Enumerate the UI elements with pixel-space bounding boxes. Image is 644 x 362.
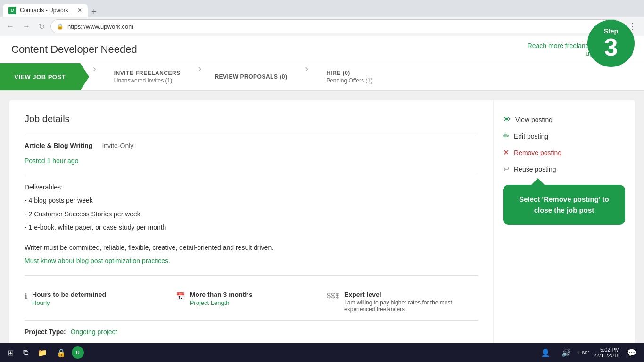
- main-content: Job details Article & Blog Writing Invit…: [0, 91, 644, 358]
- forward-button[interactable]: →: [20, 20, 33, 33]
- divider-top: [25, 134, 478, 134]
- calendar-icon: 📅: [176, 292, 185, 313]
- upwork-taskbar-icon[interactable]: U: [72, 346, 84, 359]
- tab-arrow-1: ›: [89, 63, 100, 90]
- divider-stats: [25, 275, 478, 276]
- job-meta: Article & Blog Writing Invite-Only: [25, 142, 478, 149]
- project-type-val[interactable]: Ongoing project: [71, 328, 117, 336]
- task-view-button[interactable]: ⧉: [19, 346, 32, 359]
- project-type-row: Project Type: Ongoing project: [25, 328, 478, 336]
- stat-level-inner: Expert level I am willing to pay higher …: [344, 291, 471, 313]
- tab-title: Contracts - Upwork: [20, 7, 68, 14]
- reuse-posting-link[interactable]: ↩ Reuse posting: [503, 161, 625, 177]
- edit-posting-label: Edit posting: [514, 132, 548, 140]
- deliverable-2: - 2 Customer Success Stories per week: [25, 209, 478, 219]
- url-text: https://www.upwork.com: [67, 23, 605, 30]
- posted-prefix: Posted: [25, 157, 47, 165]
- page-title: Content Developer Needed: [11, 43, 137, 56]
- job-writer-desc: Writer must be committed, reliable, flex…: [25, 242, 478, 266]
- view-icon: 👁: [503, 115, 511, 124]
- job-category: Article & Blog Writing: [25, 142, 92, 149]
- posted-time: Posted 1 hour ago: [25, 157, 478, 165]
- browser-tab[interactable]: U Contracts - Upwork ✕: [3, 4, 88, 17]
- stat-duration-inner: More than 3 months Project Length: [190, 291, 253, 313]
- remove-posting-link[interactable]: ✕ Remove posting: [503, 144, 625, 161]
- nav-tabs: VIEW JOB POST › INVITE FREELANCERS Unans…: [0, 63, 644, 91]
- tab4-inner: HIRE (0) Pending Offers (1): [326, 70, 372, 84]
- step-indicator: Step 3: [587, 20, 635, 67]
- tab-arrow-2: ›: [195, 63, 206, 90]
- tab4-sub: Pending Offers (1): [326, 77, 372, 84]
- taskbar-time-display: 5:02 PM 22/11/2018: [594, 347, 619, 358]
- job-description: Deliverables: - 4 blog posts per week - …: [25, 182, 478, 233]
- tab-invite-freelancers[interactable]: INVITE FREELANCERS Unanswered Invites (1…: [100, 63, 195, 90]
- stat-hours: ℹ Hours to be determined Hourly: [25, 291, 176, 313]
- network-icon-btn[interactable]: 🔊: [558, 346, 575, 359]
- remove-icon: ✕: [503, 148, 509, 157]
- divider-mid: [25, 174, 478, 174]
- people-icon-btn[interactable]: 👤: [537, 346, 554, 359]
- deliverable-3: - 1 e-book, white paper, or case study p…: [25, 222, 478, 232]
- back-button[interactable]: ←: [4, 20, 17, 33]
- remove-posting-label: Remove posting: [514, 149, 561, 156]
- date-display: 22/11/2018: [594, 353, 619, 358]
- project-type-label: Project Type:: [25, 328, 66, 336]
- tab-close-btn[interactable]: ✕: [77, 7, 82, 14]
- reuse-posting-label: Reuse posting: [514, 165, 556, 173]
- stat-level-label: Expert level: [344, 291, 471, 298]
- tab2-inner: INVITE FREELANCERS Unanswered Invites (1…: [114, 70, 181, 84]
- step-number: 3: [604, 35, 618, 59]
- stat-duration: 📅 More than 3 months Project Length: [176, 291, 327, 313]
- divider-project-type: [25, 320, 478, 321]
- desc-line1: Writer must be committed, reliable, flex…: [25, 242, 478, 253]
- deliverables-title: Deliverables:: [25, 182, 478, 192]
- tab3-label: REVIEW PROPOSALS (0): [215, 74, 287, 80]
- stat-level-sub: I am willing to pay higher rates for the…: [344, 299, 471, 313]
- tab1-label: VIEW JOB POST: [14, 74, 66, 81]
- stat-level: $$$ Expert level I am willing to pay hig…: [327, 291, 478, 313]
- desc-line2: Must know about blog post optimization p…: [25, 255, 478, 266]
- stat-duration-label: More than 3 months: [190, 291, 253, 298]
- stat-hours-sub: Hourly: [32, 299, 106, 306]
- job-details-panel: Job details Article & Blog Writing Invit…: [9, 100, 493, 349]
- view-posting-link[interactable]: 👁 View posting: [503, 112, 625, 128]
- taskbar: ⊞ ⧉ 📁 🔒 U 👤 🔊 ENG 5:02 PM 22/11/2018 💬: [0, 343, 644, 362]
- posted-time-val: 1 hour ago: [47, 157, 78, 165]
- reuse-icon: ↩: [503, 165, 509, 173]
- address-bar[interactable]: 🔒 https://www.upwork.com ☆: [50, 19, 621, 33]
- money-icon: $$$: [327, 292, 339, 313]
- tab2-main: INVITE FREELANCERS: [114, 70, 181, 76]
- tooltip-text: Select 'Remove posting' to close the job…: [519, 195, 609, 214]
- job-details-heading: Job details: [25, 114, 478, 124]
- tab-view-job-post[interactable]: VIEW JOB POST: [0, 63, 89, 90]
- stat-hours-inner: Hours to be determined Hourly: [32, 291, 106, 313]
- deliverable-1: - 4 blog posts per week: [25, 195, 478, 206]
- tab4-main: HIRE (0): [326, 70, 350, 76]
- taskbar-left: ⊞ ⧉ 📁 🔒 U: [4, 346, 84, 359]
- file-explorer-button[interactable]: 📁: [34, 346, 51, 359]
- tab-hire[interactable]: HIRE (0) Pending Offers (1): [312, 63, 387, 90]
- tab-arrow-3: ›: [301, 63, 312, 90]
- page-header: Content Developer Needed Reach more free…: [0, 36, 644, 63]
- reload-button[interactable]: ↻: [36, 20, 48, 33]
- sidebar-panel: 👁 View posting ✏ Edit posting ✕ Remove p…: [493, 100, 635, 349]
- tab-favicon: U: [8, 7, 16, 14]
- notification-button[interactable]: 💬: [623, 346, 640, 359]
- job-type: Invite-Only: [102, 142, 133, 149]
- stat-hours-label: Hours to be determined: [32, 291, 106, 298]
- taskbar-right: 👤 🔊 ENG 5:02 PM 22/11/2018 💬: [537, 346, 640, 359]
- edit-posting-link[interactable]: ✏ Edit posting: [503, 128, 625, 144]
- stat-duration-sub: Project Length: [190, 299, 253, 306]
- job-stats: ℹ Hours to be determined Hourly 📅 More t…: [25, 283, 478, 313]
- lock-icon: 🔒: [57, 23, 64, 30]
- tab-review-proposals[interactable]: REVIEW PROPOSALS (0): [205, 63, 301, 90]
- new-tab-button[interactable]: +: [88, 7, 100, 17]
- time-display: 5:02 PM: [594, 347, 619, 353]
- hours-icon: ℹ: [25, 292, 27, 313]
- view-posting-label: View posting: [515, 116, 553, 123]
- start-button[interactable]: ⊞: [4, 346, 17, 359]
- security-button[interactable]: 🔒: [53, 346, 70, 359]
- tooltip-bubble: Select 'Remove posting' to close the job…: [503, 185, 625, 225]
- language-indicator: ENG: [578, 350, 590, 355]
- tab2-sub: Unanswered Invites (1): [114, 77, 172, 84]
